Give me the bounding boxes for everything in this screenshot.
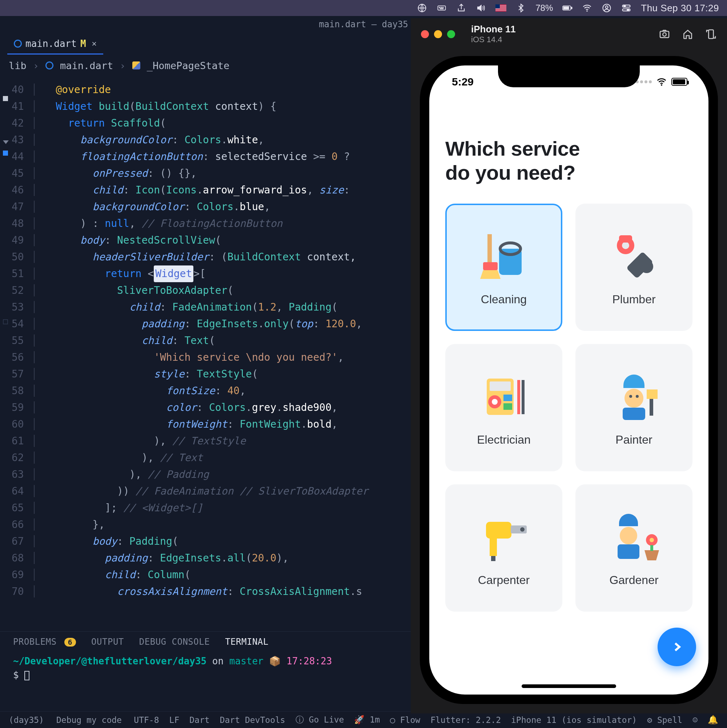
status-bar: (day35) Debug my code UTF-8 LF Dart Dart… [0, 711, 727, 728]
mac-menubar: 78% Thu Sep 30 17:29 [0, 0, 727, 16]
svg-rect-18 [709, 30, 713, 38]
tab-main-dart[interactable]: main.dart M ✕ [7, 34, 103, 55]
dart-file-icon [14, 40, 22, 47]
battery-icon [671, 78, 687, 86]
battery-percent: 78% [535, 3, 553, 13]
window-minimize-button[interactable] [434, 30, 442, 38]
status-devtools[interactable]: Dart DevTools [220, 715, 286, 725]
phone-bezel: 5:29 Which servicedo you need? Cleaning … [420, 56, 718, 704]
panel-tab-problems[interactable]: PROBLEMS 6 [13, 637, 76, 647]
cleaning-icon [477, 229, 531, 283]
service-card-gardener[interactable]: Gardener [576, 484, 692, 612]
panel-tab-terminal[interactable]: TERMINAL [225, 637, 269, 647]
service-card-carpenter[interactable]: Carpenter [445, 484, 562, 612]
gardener-icon [607, 509, 661, 564]
home-indicator[interactable] [522, 684, 616, 688]
svg-rect-4 [443, 7, 443, 8]
status-bell-icon[interactable]: 🔔 [708, 715, 718, 725]
globe-icon[interactable] [417, 3, 427, 13]
svg-rect-5 [440, 8, 443, 9]
screenshot-icon[interactable] [659, 28, 670, 40]
problems-count-badge: 6 [64, 638, 76, 647]
service-label: Cleaning [481, 293, 527, 306]
status-spell[interactable]: ⚙ Spell [647, 715, 682, 725]
simulator-os-version: iOS 14.4 [471, 35, 516, 44]
window-zoom-button[interactable] [447, 30, 455, 38]
service-label: Electrician [477, 433, 531, 447]
status-project[interactable]: (day35) [9, 715, 44, 725]
crumb-symbol[interactable]: _HomePageState [147, 60, 230, 71]
panel-tab-debug-console[interactable]: DEBUG CONSOLE [139, 637, 210, 647]
svg-point-11 [606, 6, 608, 8]
symbol-class-icon [132, 61, 140, 69]
status-feedback-icon[interactable]: ☺ [692, 715, 698, 725]
status-encoding[interactable]: UTF-8 [134, 715, 159, 725]
service-card-electrician[interactable]: Electrician [445, 344, 562, 471]
status-debug[interactable]: Debug my code [57, 715, 122, 725]
wifi-icon [656, 76, 667, 87]
crumb-file[interactable]: main.dart [60, 60, 113, 71]
user-icon[interactable] [602, 3, 612, 13]
arrow-forward-icon [670, 641, 683, 653]
simulator-window: iPhone 11 iOS 14.4 5:29 Which servicedo … [411, 18, 727, 713]
phone-notch [498, 66, 640, 87]
svg-point-19 [661, 84, 662, 86]
crumb-folder[interactable]: lib [9, 60, 26, 71]
svg-rect-2 [439, 7, 440, 8]
simulator-titlebar: iPhone 11 iOS 14.4 [411, 18, 727, 50]
fab-next-button[interactable] [658, 628, 696, 666]
status-eol[interactable]: LF [170, 715, 180, 725]
bluetooth-icon[interactable] [516, 3, 526, 13]
plumber-icon [607, 229, 661, 283]
traffic-lights [421, 30, 455, 38]
tab-modified-badge: M [80, 38, 86, 49]
svg-rect-16 [660, 31, 669, 37]
tab-close-icon[interactable]: ✕ [92, 39, 97, 48]
service-label: Painter [616, 433, 652, 447]
status-lang[interactable]: Dart [189, 715, 209, 725]
control-center-icon[interactable] [621, 3, 631, 13]
tab-filename: main.dart [26, 38, 77, 49]
status-flow[interactable]: ◯ Flow [390, 715, 420, 725]
panel-tab-output[interactable]: OUTPUT [91, 637, 124, 647]
ios-time: 5:29 [452, 76, 473, 88]
wifi-icon[interactable] [582, 3, 592, 13]
dart-file-icon [46, 61, 53, 69]
service-label: Plumber [612, 293, 655, 306]
menubar-clock[interactable]: Thu Sep 30 17:29 [641, 3, 719, 14]
service-card-painter[interactable]: Painter [576, 344, 692, 471]
svg-rect-8 [571, 7, 572, 9]
svg-rect-3 [441, 7, 441, 8]
status-time[interactable]: 🚀 1m [354, 715, 380, 725]
service-label: Gardener [609, 574, 658, 587]
svg-rect-7 [564, 6, 569, 9]
carpenter-icon [477, 509, 531, 564]
volume-icon[interactable] [476, 3, 486, 13]
service-card-cleaning[interactable]: Cleaning [445, 203, 562, 331]
service-grid: Cleaning Plumber Electrician Painter Car… [429, 203, 709, 612]
svg-point-17 [663, 33, 666, 36]
simulator-device-name: iPhone 11 [471, 24, 516, 35]
battery-icon[interactable] [562, 3, 573, 13]
window-close-button[interactable] [421, 30, 429, 38]
svg-point-15 [628, 9, 629, 11]
share-icon[interactable] [456, 3, 466, 13]
rotate-icon[interactable] [705, 28, 717, 40]
status-golive[interactable]: ⓘ Go Live [296, 714, 344, 725]
svg-point-9 [587, 10, 588, 12]
cellular-dots-icon [636, 80, 652, 83]
home-icon[interactable] [682, 28, 693, 40]
status-flutter[interactable]: Flutter: 2.2.2 [431, 715, 501, 725]
keyboard-icon[interactable] [437, 3, 447, 13]
phone-screen: 5:29 Which servicedo you need? Cleaning … [429, 66, 709, 694]
service-label: Carpenter [478, 574, 530, 587]
svg-point-13 [624, 5, 626, 7]
status-device[interactable]: iPhone 11 (ios simulator) [511, 715, 637, 725]
flag-us-icon[interactable] [495, 5, 506, 12]
electrician-icon [477, 369, 531, 424]
service-card-plumber[interactable]: Plumber [576, 203, 692, 331]
painter-icon [607, 369, 661, 424]
